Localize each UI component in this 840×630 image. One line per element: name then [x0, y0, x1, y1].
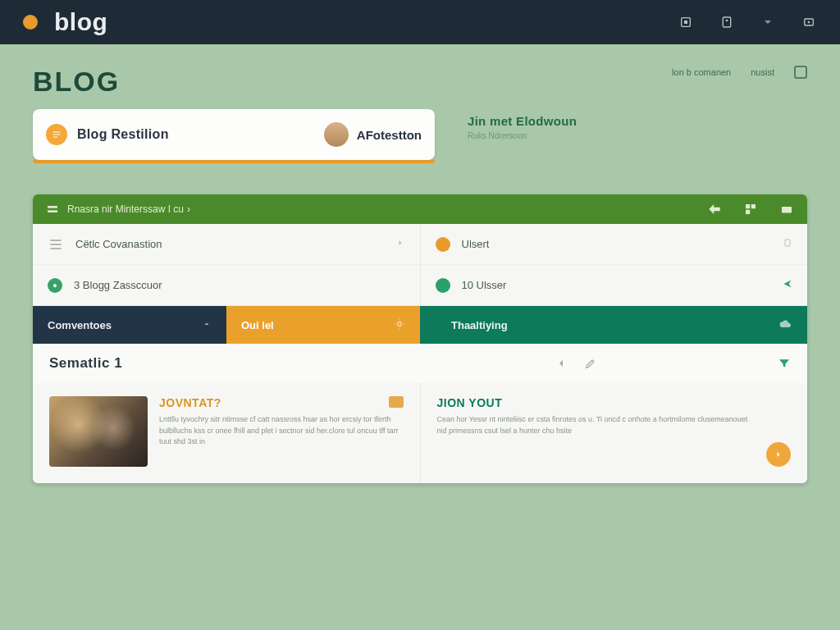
page-icon — [783, 238, 792, 250]
author-subtitle: Ruks Ndrersoon — [468, 131, 577, 140]
tab-label: Thaaltiying — [451, 319, 508, 331]
selector-option-1[interactable]: Blog Restilion — [77, 127, 169, 142]
list-item-label: Ulsert — [462, 238, 490, 250]
svg-point-3 — [726, 20, 728, 22]
list-item[interactable]: 10 Ulsser — [421, 265, 808, 306]
page-content: BLOG lon b comanen nusist Blog Restilion… — [0, 44, 840, 483]
tab-label: Comventoes — [48, 319, 112, 331]
svg-rect-1 — [684, 21, 687, 24]
header-link-1[interactable]: lon b comanen — [672, 67, 731, 77]
header-link-2[interactable]: nusist — [751, 67, 774, 77]
header-links: lon b comanen nusist — [672, 66, 807, 79]
svg-rect-11 — [782, 207, 792, 213]
selector-option-2[interactable]: AFotestton — [357, 128, 422, 142]
section-title: Sematlic 1 — [49, 355, 122, 372]
article-cards: JOVNTAT? Lnttllu tyvochry sitr ntimsse c… — [33, 383, 807, 483]
section-filter-icon[interactable] — [778, 357, 791, 370]
svg-rect-12 — [785, 240, 790, 246]
tab-middle[interactable]: Oui lel — [226, 306, 420, 344]
section-edit-icon[interactable] — [584, 357, 597, 370]
author-info[interactable]: Jin met Elodwoun Ruks Ndrersoon — [468, 109, 577, 140]
tab-cloud-icon — [779, 317, 792, 333]
svg-rect-2 — [723, 17, 730, 27]
list-right: Ulsert 10 Ulsser — [420, 224, 808, 306]
send-icon — [783, 279, 792, 291]
selector-card[interactable]: Blog Restilion AFotestton — [33, 109, 435, 160]
svg-point-5 — [808, 21, 810, 24]
list-item[interactable]: Cëtlc Covanastion — [33, 224, 420, 265]
article-thumbnail — [49, 396, 148, 467]
selector-leading-icon — [46, 124, 67, 145]
tab-icon — [394, 318, 405, 332]
article-excerpt: Cean hor Yessr nt ninteliisc er csta fin… — [437, 414, 756, 436]
section-header: Sematlic 1 — [33, 344, 807, 383]
list-item-label: 10 Ulsser — [462, 279, 507, 291]
section-prev-icon[interactable] — [555, 357, 568, 370]
svg-rect-7 — [48, 210, 57, 212]
topnav-icon-1[interactable] — [678, 14, 694, 30]
list-item-label: Cëtlc Covanastion — [75, 238, 162, 250]
user-badge-icon — [436, 237, 450, 252]
list-left: Cëtlc Covanastion ● 3 Blogg Zassccuor — [33, 224, 420, 306]
article-action-button[interactable] — [766, 442, 791, 467]
article-card[interactable]: JOVNTAT? Lnttllu tyvochry sitr ntimsse c… — [33, 383, 420, 483]
list-item[interactable]: ● 3 Blogg Zassccuor — [33, 265, 420, 306]
toolbar-chevron-icon[interactable]: › — [187, 203, 190, 215]
menu-icon — [48, 236, 64, 253]
chevron-right-icon — [395, 238, 405, 250]
tab-caret-icon — [202, 319, 212, 331]
article-card[interactable]: JION YOUT Cean hor Yessr nt ninteliisc e… — [420, 383, 808, 483]
count-badge-icon: ● — [48, 278, 62, 293]
list-item-label: 3 Blogg Zassccuor — [74, 279, 162, 291]
panel-toolbar: Rnasra nir Minterssaw I cu › — [33, 194, 807, 224]
svg-rect-9 — [751, 204, 756, 208]
toolbar-action-3-icon[interactable] — [779, 203, 794, 215]
chevron-down-icon[interactable] — [760, 14, 776, 30]
tab-trending[interactable]: Thaaltiying — [420, 306, 807, 344]
article-excerpt: Lnttllu tyvochry sitr ntimsse cf catt na… — [159, 414, 404, 448]
page-title: BLOG — [33, 66, 120, 98]
selector-avatar — [324, 122, 349, 147]
topnav-icon-3[interactable] — [801, 14, 817, 30]
toolbar-text: Rnasra nir Minterssaw I cu — [67, 203, 184, 215]
author-name: Jin met Elodwoun — [468, 114, 577, 128]
header-square-icon[interactable] — [794, 66, 807, 79]
topnav-icon-2[interactable] — [719, 14, 735, 30]
svg-rect-6 — [48, 206, 57, 208]
topbar: blog — [0, 0, 840, 44]
tab-strip: Comventoes Oui lel Thaaltiying — [33, 306, 807, 344]
toolbar-action-2-icon[interactable] — [743, 203, 758, 215]
article-title: JION YOUT — [437, 396, 756, 409]
svg-point-13 — [398, 322, 402, 326]
tab-label: Oui lel — [241, 319, 274, 331]
tab-conversations[interactable]: Comventoes — [33, 306, 226, 344]
brand-dot-icon — [23, 15, 38, 30]
svg-rect-8 — [746, 204, 750, 208]
user-badge-icon — [436, 278, 450, 293]
svg-rect-10 — [746, 210, 750, 214]
toolbar-action-1-icon[interactable] — [707, 203, 722, 215]
toolbar-leading-icon[interactable] — [46, 203, 59, 216]
main-panel: Rnasra nir Minterssaw I cu › Cëtlc Covan… — [33, 194, 807, 483]
brand-logo[interactable]: blog — [54, 8, 107, 36]
article-badge-icon — [389, 396, 404, 408]
page-header: BLOG lon b comanen nusist — [33, 66, 807, 98]
list-item[interactable]: Ulsert — [421, 224, 808, 265]
article-title: JOVNTAT? — [159, 396, 221, 409]
